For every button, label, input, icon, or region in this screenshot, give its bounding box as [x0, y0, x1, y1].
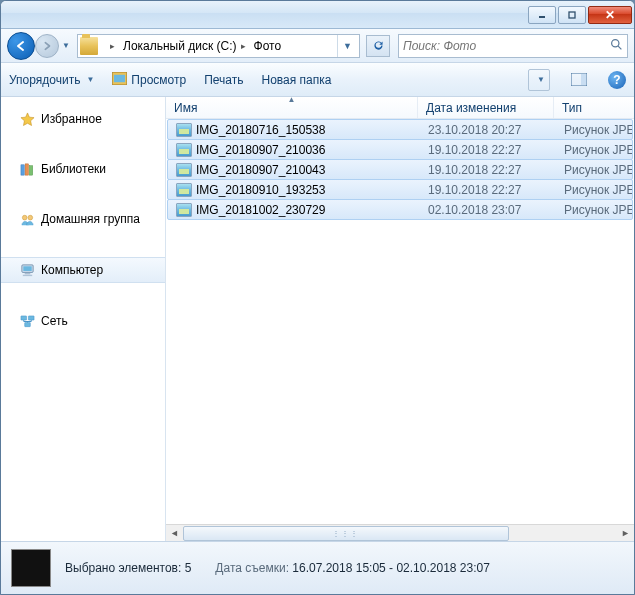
scroll-right-button[interactable]: ► — [617, 525, 634, 542]
image-file-icon — [176, 123, 192, 137]
svg-rect-14 — [20, 164, 23, 174]
svg-rect-21 — [24, 273, 30, 274]
scroll-left-button[interactable]: ◄ — [166, 525, 183, 542]
sidebar-homegroup[interactable]: Домашняя группа — [1, 207, 165, 231]
date-taken-value: 16.07.2018 15:05 - 02.10.2018 23:07 — [292, 561, 490, 575]
preview-icon — [112, 72, 127, 88]
scroll-thumb[interactable]: ⋮⋮⋮ — [183, 526, 509, 541]
date-taken-label: Дата съемки: — [215, 561, 289, 575]
sidebar-label: Компьютер — [41, 263, 103, 277]
svg-rect-15 — [25, 163, 28, 174]
image-file-icon — [176, 203, 192, 217]
star-icon — [19, 111, 35, 127]
homegroup-icon — [19, 211, 35, 227]
svg-rect-20 — [23, 266, 31, 271]
file-row[interactable]: IMG_20180907_210036 19.10.2018 22:27 Рис… — [167, 139, 633, 160]
svg-point-18 — [27, 215, 32, 220]
nav-arrows: ▼ — [7, 32, 73, 60]
sidebar-favorites[interactable]: Избранное — [1, 107, 165, 131]
status-text: Выбрано элементов: 5 Дата съемки: 16.07.… — [65, 561, 490, 575]
preview-button[interactable]: Просмотр — [112, 72, 186, 88]
folder-icon — [80, 37, 98, 55]
nav-history-dropdown[interactable]: ▼ — [59, 36, 73, 56]
preview-thumbnail — [11, 549, 51, 587]
svg-rect-0 — [539, 16, 545, 18]
selected-count: 5 — [185, 561, 192, 575]
horizontal-scrollbar[interactable]: ◄ ⋮⋮⋮ ► — [166, 524, 634, 541]
search-box[interactable] — [398, 34, 628, 58]
breadcrumb-root[interactable]: ▸ — [102, 35, 119, 57]
close-button[interactable]: ✕ — [588, 6, 632, 24]
selected-label: Выбрано элементов: — [65, 561, 181, 575]
navbar: ▼ ▸ Локальный диск (C:)▸ Фото ▼ — [1, 29, 634, 63]
svg-rect-5 — [114, 74, 125, 81]
titlebar: ✕ — [1, 1, 634, 29]
sidebar-label: Библиотеки — [41, 162, 106, 176]
svg-rect-16 — [29, 165, 32, 174]
image-file-icon — [176, 183, 192, 197]
sort-indicator-icon: ▲ — [288, 97, 296, 104]
window-buttons: ✕ — [526, 6, 632, 24]
svg-rect-24 — [28, 315, 34, 319]
print-button[interactable]: Печать — [204, 73, 243, 87]
breadcrumb-folder[interactable]: Фото — [250, 35, 286, 57]
sidebar-label: Избранное — [41, 112, 102, 126]
refresh-button[interactable] — [366, 35, 390, 57]
preview-pane-button[interactable] — [568, 69, 590, 91]
svg-rect-23 — [20, 315, 26, 319]
svg-line-3 — [618, 46, 621, 49]
column-date[interactable]: Дата изменения — [418, 97, 554, 118]
body: Избранное Библиотеки Домашняя группа — [1, 97, 634, 541]
explorer-window: ✕ ▼ ▸ Локальный диск (C:)▸ Фото ▼ — [0, 0, 635, 595]
sidebar: Избранное Библиотеки Домашняя группа — [1, 97, 166, 541]
network-icon — [19, 313, 35, 329]
svg-point-2 — [612, 39, 619, 46]
image-file-icon — [176, 163, 192, 177]
forward-button[interactable] — [35, 34, 59, 58]
new-folder-button[interactable]: Новая папка — [261, 73, 331, 87]
toolbar: Упорядочить▼ Просмотр Печать Новая папка… — [1, 63, 634, 97]
back-button[interactable] — [7, 32, 35, 60]
search-input[interactable] — [403, 39, 610, 53]
minimize-button[interactable] — [528, 6, 556, 24]
organize-menu[interactable]: Упорядочить▼ — [9, 73, 94, 87]
libraries-icon — [19, 161, 35, 177]
content: Имя ▲ Дата изменения Тип IMG_20180716_15… — [166, 97, 634, 541]
sidebar-computer[interactable]: Компьютер — [1, 257, 165, 283]
image-file-icon — [176, 143, 192, 157]
help-button[interactable]: ? — [608, 71, 626, 89]
file-list: IMG_20180716_150538 23.10.2018 20:27 Рис… — [166, 119, 634, 524]
svg-rect-1 — [569, 12, 575, 18]
statusbar: Выбрано элементов: 5 Дата съемки: 16.07.… — [1, 541, 634, 594]
svg-rect-22 — [22, 274, 31, 275]
file-row[interactable]: IMG_20180716_150538 23.10.2018 20:27 Рис… — [167, 119, 633, 140]
svg-point-17 — [22, 215, 27, 220]
file-row[interactable]: IMG_20180907_210043 19.10.2018 22:27 Рис… — [167, 159, 633, 180]
svg-rect-25 — [24, 322, 30, 326]
search-icon — [610, 38, 623, 54]
file-row[interactable]: IMG_20181002_230729 02.10.2018 23:07 Рис… — [167, 199, 633, 220]
file-row[interactable]: IMG_20180910_193253 19.10.2018 22:27 Рис… — [167, 179, 633, 200]
maximize-button[interactable] — [558, 6, 586, 24]
column-type[interactable]: Тип — [554, 97, 634, 118]
sidebar-label: Сеть — [41, 314, 68, 328]
sidebar-libraries[interactable]: Библиотеки — [1, 157, 165, 181]
address-bar[interactable]: ▸ Локальный диск (C:)▸ Фото ▼ — [77, 34, 360, 58]
sidebar-network[interactable]: Сеть — [1, 309, 165, 333]
address-dropdown[interactable]: ▼ — [337, 35, 357, 57]
column-name[interactable]: Имя ▲ — [166, 97, 418, 118]
sidebar-label: Домашняя группа — [41, 212, 140, 226]
computer-icon — [19, 262, 35, 278]
scroll-track[interactable]: ⋮⋮⋮ — [183, 525, 617, 542]
view-options-button[interactable]: ▼ — [528, 69, 550, 91]
breadcrumb-drive[interactable]: Локальный диск (C:)▸ — [119, 35, 250, 57]
column-header: Имя ▲ Дата изменения Тип — [166, 97, 634, 119]
svg-rect-13 — [581, 74, 586, 85]
